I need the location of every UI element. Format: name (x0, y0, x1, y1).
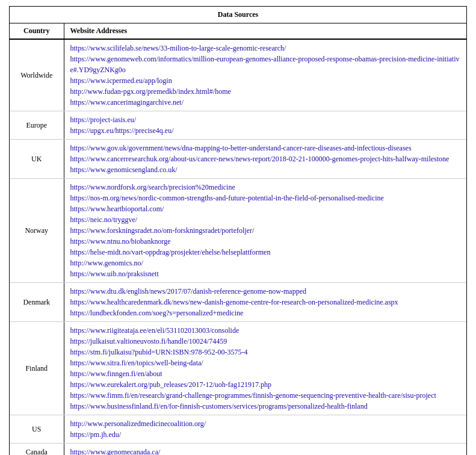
website-link[interactable]: http://www.genomics.no/ (70, 258, 461, 268)
links-cell: https://www.nordforsk.org/search/precisi… (64, 179, 466, 283)
website-link[interactable]: https://lundbeckfonden.com/soeg?s=person… (70, 308, 461, 318)
website-link[interactable]: https://www.uib.no/praksisnett (70, 268, 461, 279)
links-cell: https://www.gov.uk/government/news/dna-m… (64, 140, 466, 179)
website-link[interactable]: https://www.forskningsradet.no/om-forskn… (70, 225, 461, 236)
website-link[interactable]: https://www.scilifelab.se/news/33-milion… (70, 43, 461, 54)
table-row: Canadahttps://www.genomecanada.ca/ (10, 444, 466, 456)
website-link[interactable]: https://www.heartbioportal.com/ (70, 203, 461, 214)
table-row: UKhttps://www.gov.uk/government/news/dna… (10, 140, 466, 179)
table-row: Worldwidehttps://www.scilifelab.se/news/… (10, 39, 466, 111)
website-link[interactable]: https://www.ntnu.no/biobanknorge (70, 236, 461, 247)
links-cell: https://www.riigiteataja.ee/en/eli/53110… (64, 322, 466, 415)
website-link[interactable]: https://project-iasis.eu/ (70, 114, 461, 125)
country-cell: UK (10, 140, 64, 179)
table-row: Finlandhttps://www.riigiteataja.ee/en/el… (10, 322, 466, 415)
website-link[interactable]: https://pm.jh.edu/ (70, 429, 461, 440)
links-cell: https://www.scilifelab.se/news/33-milion… (64, 39, 466, 111)
website-link[interactable]: http://www.fudan-pgx.org/premedkb/index.… (70, 86, 461, 97)
website-link[interactable]: https://www.eurekalert.org/pub_releases/… (70, 379, 461, 390)
website-link[interactable]: https://www.cancerresearchuk.org/about-u… (70, 153, 461, 164)
website-link[interactable]: https://www.genomicsengland.co.uk/ (70, 164, 461, 175)
links-cell: https://www.genomecanada.ca/ (64, 444, 466, 456)
country-cell: Norway (10, 179, 64, 283)
website-link[interactable]: https://www.nordforsk.org/search/precisi… (70, 182, 461, 193)
website-link[interactable]: https://helse-midt.no/vart-oppdrag/prosj… (70, 247, 461, 258)
website-link[interactable]: https://julkaisut.valtioneuvosto.fi/hand… (70, 336, 461, 347)
table-row: UShttp://www.personalizedmedicinecoaliti… (10, 415, 466, 444)
website-link[interactable]: https://www.cancerimagingarchive.net/ (70, 97, 461, 108)
table-row: Europehttps://project-iasis.eu/https://u… (10, 111, 466, 140)
website-link[interactable]: https://stm.fi/julkaisu?pubid=URN:ISBN:9… (70, 347, 461, 358)
website-link[interactable]: https://www.healthcaredenmark.dk/news/ne… (70, 297, 461, 308)
website-link[interactable]: https://www.finngen.fi/en/about (70, 368, 461, 379)
column-header-country: Country (10, 23, 64, 39)
website-link[interactable]: https://www.dtu.dk/english/news/2017/07/… (70, 286, 461, 297)
country-cell: Denmark (10, 283, 64, 322)
website-link[interactable]: https://neic.no/tryggve/ (70, 214, 461, 225)
website-link[interactable]: https://www.sitra.fi/en/topics/well-bein… (70, 358, 461, 368)
country-cell: Worldwide (10, 39, 64, 111)
website-link[interactable]: https://www.businessfinland.fi/en/for-fi… (70, 401, 461, 412)
table-row: Denmarkhttps://www.dtu.dk/english/news/2… (10, 283, 466, 322)
website-link[interactable]: https://www.riigiteataja.ee/en/eli/53110… (70, 325, 461, 336)
data-sources-table: Data Sources Country Website Addresses W… (9, 6, 467, 455)
table-title: Data Sources (10, 7, 466, 23)
links-cell: https://project-iasis.eu/https://upgx.eu… (64, 111, 466, 140)
country-cell: Canada (10, 444, 64, 456)
website-link[interactable]: https://nos-m.org/news/nordic-common-str… (70, 193, 461, 203)
website-link[interactable]: https://www.icpermed.eu/app/login (70, 75, 461, 86)
website-link[interactable]: https://www.genomecanada.ca/ (70, 447, 461, 455)
website-link[interactable]: https://www.fimm.fi/en/research/grand-ch… (70, 390, 461, 401)
country-cell: US (10, 415, 64, 444)
column-header-websites: Website Addresses (64, 23, 466, 39)
links-cell: https://www.dtu.dk/english/news/2017/07/… (64, 283, 466, 322)
links-cell: http://www.personalizedmedicinecoalition… (64, 415, 466, 444)
country-cell: Finland (10, 322, 64, 415)
website-link[interactable]: https://www.gov.uk/government/news/dna-m… (70, 143, 461, 153)
table-row: Norwayhttps://www.nordforsk.org/search/p… (10, 179, 466, 283)
website-link[interactable]: https://www.genomeweb.com/informatics/mi… (70, 54, 461, 75)
website-link[interactable]: https://upgx.eu/https://precise4q.eu/ (70, 125, 461, 136)
country-cell: Europe (10, 111, 64, 140)
website-link[interactable]: http://www.personalizedmedicinecoalition… (70, 418, 461, 429)
